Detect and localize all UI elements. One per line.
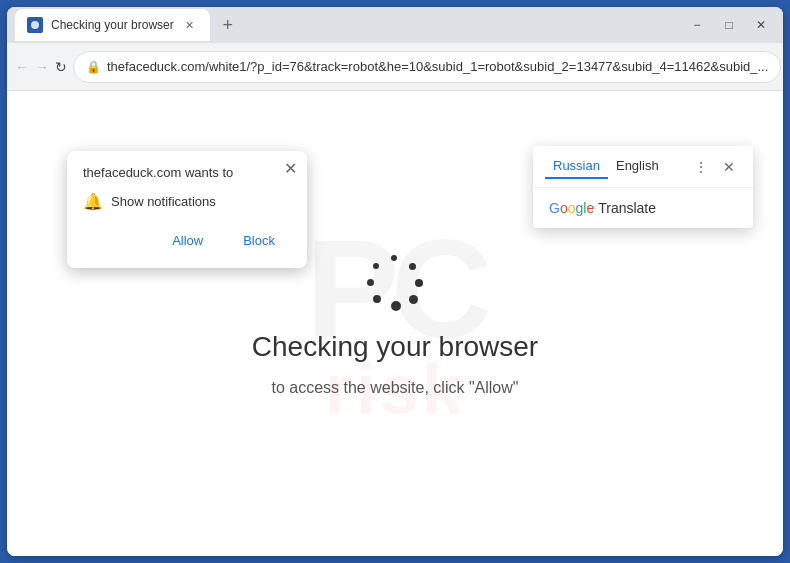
translate-popup: Russian English ⋮ ✕ Google Translate (533, 146, 753, 228)
new-tab-button[interactable]: + (214, 11, 242, 39)
translate-more-icon[interactable]: ⋮ (689, 155, 713, 179)
address-bar: ← → ↻ 🔒 thefaceduck.com/white1/?p_id=76&… (7, 43, 783, 91)
popup-close-button[interactable]: ✕ (284, 159, 297, 178)
spinner-dot (367, 279, 374, 286)
page-content: PC risk @keyframes spin-fade { 0%, 100% … (7, 91, 783, 556)
spinner-dot (373, 263, 379, 269)
browser-tab[interactable]: Checking your browser ✕ (15, 9, 210, 41)
loading-spinner: @keyframes spin-fade { 0%, 100% { opacit… (363, 251, 427, 315)
popup-header: thefaceduck.com wants to (83, 165, 291, 180)
forward-button[interactable]: → (35, 51, 49, 83)
page-main: @keyframes spin-fade { 0%, 100% { opacit… (252, 251, 538, 397)
show-notifications-text: Show notifications (111, 194, 216, 209)
spinner-dot (391, 301, 401, 311)
popup-row: 🔔 Show notifications (83, 192, 291, 211)
google-logo-text: Google (549, 200, 594, 216)
url-bar[interactable]: 🔒 thefaceduck.com/white1/?p_id=76&track=… (73, 51, 781, 83)
tab-russian[interactable]: Russian (545, 154, 608, 179)
close-button[interactable]: ✕ (747, 11, 775, 39)
translate-close-button[interactable]: ✕ (717, 155, 741, 179)
url-text: thefaceduck.com/white1/?p_id=76&track=ro… (107, 59, 768, 74)
minimize-button[interactable]: − (683, 11, 711, 39)
translate-header-icons: ⋮ ✕ (689, 155, 741, 179)
refresh-button[interactable]: ↻ (55, 51, 67, 83)
spinner-dot (409, 295, 418, 304)
google-translate: Google Translate (549, 200, 737, 216)
allow-button[interactable]: Allow (156, 227, 219, 254)
spinner-dot (391, 255, 397, 261)
popup-buttons: Allow Block (83, 227, 291, 254)
page-subtitle: to access the website, click "Allow" (271, 379, 518, 397)
spinner-dot (409, 263, 416, 270)
tab-title: Checking your browser (51, 18, 174, 32)
window-controls: − □ ✕ (683, 11, 775, 39)
translate-body: Google Translate (533, 188, 753, 228)
lock-icon: 🔒 (86, 60, 101, 74)
tab-english[interactable]: English (608, 154, 667, 179)
browser-window: Checking your browser ✕ + − □ ✕ ← → ↻ 🔒 … (7, 7, 783, 556)
page-title: Checking your browser (252, 331, 538, 363)
back-button[interactable]: ← (15, 51, 29, 83)
block-button[interactable]: Block (227, 227, 291, 254)
spinner-dot (415, 279, 423, 287)
title-bar: Checking your browser ✕ + − □ ✕ (7, 7, 783, 43)
spinner-dot (373, 295, 381, 303)
translate-tabs: Russian English (545, 154, 689, 179)
bell-icon: 🔔 (83, 192, 103, 211)
svg-point-0 (31, 21, 39, 29)
translate-label: Translate (598, 200, 656, 216)
tab-favicon (27, 17, 43, 33)
tab-close-button[interactable]: ✕ (182, 17, 198, 33)
notification-popup: ✕ thefaceduck.com wants to 🔔 Show notifi… (67, 151, 307, 268)
maximize-button[interactable]: □ (715, 11, 743, 39)
translate-header: Russian English ⋮ ✕ (533, 146, 753, 188)
